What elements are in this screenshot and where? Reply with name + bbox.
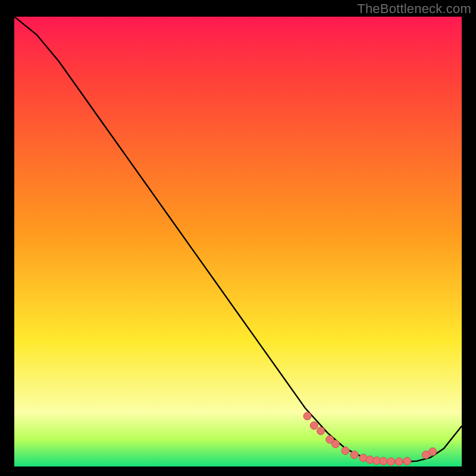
data-marker [331,440,339,448]
chart-plot [14,17,462,466]
data-marker [317,427,325,435]
data-marker [310,422,318,430]
chart-svg [14,17,462,466]
data-marker [342,447,349,455]
data-marker [350,451,358,459]
data-marker [303,412,311,420]
watermark-text: TheBottleneck.com [357,1,471,17]
chart-frame: TheBottleneck.com [0,0,476,476]
data-marker [380,457,387,465]
data-marker [395,458,403,465]
gradient-background [14,17,462,466]
data-marker [387,458,395,465]
data-marker [429,448,437,456]
data-marker [403,457,411,465]
